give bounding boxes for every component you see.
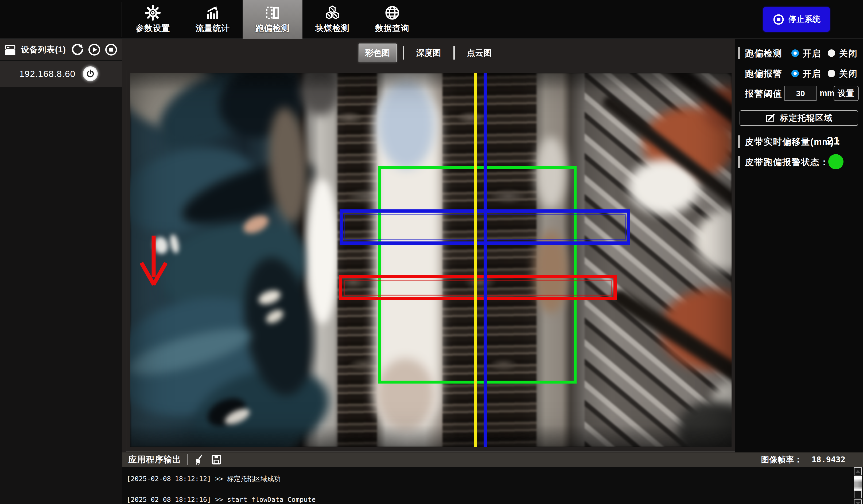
overlay-belt-roi-red [339,275,617,300]
detection-off-radio[interactable] [828,49,835,57]
tab-divider [403,46,404,60]
camera-image-frame [126,70,736,452]
nav-left-divider [122,2,122,37]
belt-direction-arrow-icon [137,235,170,288]
log-header-divider [187,454,188,465]
nav-label: 参数设置 [136,23,170,34]
play-all-button[interactable] [88,43,101,56]
realtime-offset-row: 皮带实时偏移量(mm)： 21 [735,134,863,149]
scrollbar-track-box[interactable] [854,490,862,499]
deviation-alarm-row: 跑偏报警 开启 关闭 [735,66,863,81]
device-row[interactable]: 192.168.8.60 [0,61,122,87]
alarm-status-indicator [828,154,843,169]
alarm-off-label[interactable]: 关闭 [839,68,858,80]
threshold-set-button[interactable]: 设置 [834,86,859,101]
deviation-control-panel: 跑偏检测 开启 关闭 跑偏报警 开启 关闭 报警阈值 mm 设置 标定托辊区域 … [735,39,863,452]
gear-icon [145,5,161,21]
tab-divider [453,46,455,60]
device-sidebar: 设备列表(1) 192.168.8.60 [0,39,122,504]
realtime-offset-value: 21 [827,134,840,147]
alarm-threshold-label: 报警阈值 [745,88,782,100]
triangle-down-icon [855,502,860,504]
nav-item-parameter-settings[interactable]: 参数设置 [123,0,183,39]
deviation-detection-row: 跑偏检测 开启 关闭 [735,46,863,61]
tab-depth-image[interactable]: 深度图 [410,43,448,62]
stop-all-button[interactable] [105,43,117,56]
alarm-status-label: 皮带跑偏报警状态： [745,156,829,168]
nav-label: 块煤检测 [315,23,349,34]
alarm-threshold-row: 报警阈值 mm 设置 [735,86,863,101]
alarm-on-label[interactable]: 开启 [803,68,821,80]
nav-label: 跑偏检测 [255,23,290,34]
alarm-status-row: 皮带跑偏报警状态： [735,154,863,169]
scroll-up-button[interactable] [854,467,862,476]
tab-point-cloud[interactable]: 点云图 [461,43,498,62]
log-scrollbar[interactable] [854,467,862,504]
detection-off-label[interactable]: 关闭 [839,48,858,60]
frame-rate-value: 18.9432 [812,455,846,464]
deviation-icon [265,5,280,21]
accent-bar [738,156,740,168]
log-line: [2025-02-08 18:12:16] >> start flowData … [127,496,444,503]
accent-bar [738,135,740,148]
deviation-alarm-label: 跑偏报警 [745,68,782,80]
triangle-up-icon [855,470,860,473]
frame-rate-status: 图像帧率： 18.9432 [761,454,863,465]
stop-circle-icon [773,13,785,26]
nav-item-deviation-detection[interactable]: 跑偏检测 [242,0,302,39]
top-nav-bar: 参数设置 流量统计 跑偏检测 块煤检测 数据查询 [0,0,863,39]
coal-icon [325,5,340,21]
deviation-detection-label: 跑偏检测 [745,48,782,60]
overlay-calibrated-roi-green [378,166,577,383]
bar-chart-icon [205,5,221,21]
nav-label: 流量统计 [196,23,230,34]
log-header-bar: 应用程序输出 图像帧率： 18.9432 [122,452,863,467]
log-title: 应用程序输出 [128,454,181,466]
alarm-off-radio[interactable] [828,70,835,77]
stop-system-button[interactable]: 停止系统 [763,7,830,32]
device-list-header: 设备列表(1) [0,39,122,61]
stop-system-label: 停止系统 [788,14,821,25]
log-output-panel: [2025-02-08 18:12:12] >> 标定托辊区域成功 [2025-… [122,467,863,504]
log-lines: [2025-02-08 18:12:12] >> 标定托辊区域成功 [2025-… [127,467,444,504]
camera-image [130,73,731,447]
detection-on-radio[interactable] [791,49,799,57]
calibrate-roller-area-label: 标定托辊区域 [780,112,833,124]
threshold-unit-label: mm [820,88,835,98]
nav-item-flow-statistics[interactable]: 流量统计 [183,0,242,39]
device-list-icon [4,44,16,55]
nav-label: 数据查询 [375,23,409,34]
detection-on-label[interactable]: 开启 [803,48,821,60]
image-mode-tabs: 彩色图 深度图 点云图 [122,42,735,63]
scroll-down-button[interactable] [854,500,862,504]
device-list-title: 设备列表(1) [21,44,67,55]
tab-color-image[interactable]: 彩色图 [359,43,397,62]
scrollbar-thumb[interactable] [854,476,862,490]
nav-items: 参数设置 流量统计 跑偏检测 块煤检测 数据查询 [123,0,422,39]
accent-bar [738,47,740,59]
alarm-threshold-input[interactable] [785,86,816,101]
viewer-panel: 彩色图 深度图 点云图 [122,39,735,452]
log-line-partial: [2025-02-08 18:12:12] >> 标定托辊区域成功 [127,476,444,482]
device-power-button[interactable] [83,66,98,81]
overlay-reference-line-yellow [474,73,477,447]
clear-log-icon[interactable] [194,454,205,465]
frame-rate-label: 图像帧率： [761,454,803,465]
refresh-devices-button[interactable] [71,43,84,56]
calibrate-roller-area-button[interactable]: 标定托辊区域 [740,110,858,126]
edit-area-icon [765,113,776,123]
nav-item-lump-coal-detection[interactable]: 块煤检测 [302,0,362,39]
overlay-current-line-blue [484,73,487,447]
globe-icon [385,5,400,21]
nav-item-data-query[interactable]: 数据查询 [362,0,422,39]
save-log-icon[interactable] [211,454,222,465]
device-ip: 192.168.8.60 [19,68,76,79]
alarm-on-radio[interactable] [791,70,799,77]
